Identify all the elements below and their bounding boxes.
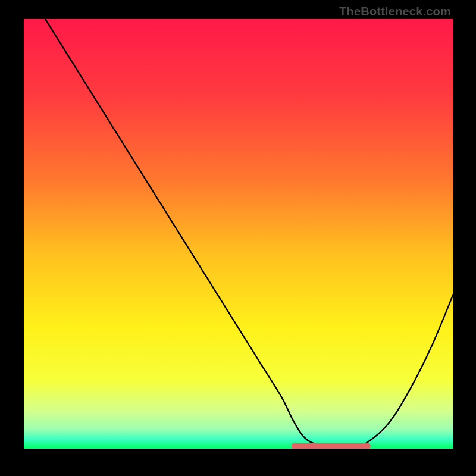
watermark-text: TheBottleneck.com [339, 5, 451, 18]
chart-frame: TheBottleneck.com [0, 0, 476, 476]
curve-layer [24, 19, 453, 449]
plot-area [24, 19, 453, 449]
bottleneck-curve [45, 19, 453, 447]
